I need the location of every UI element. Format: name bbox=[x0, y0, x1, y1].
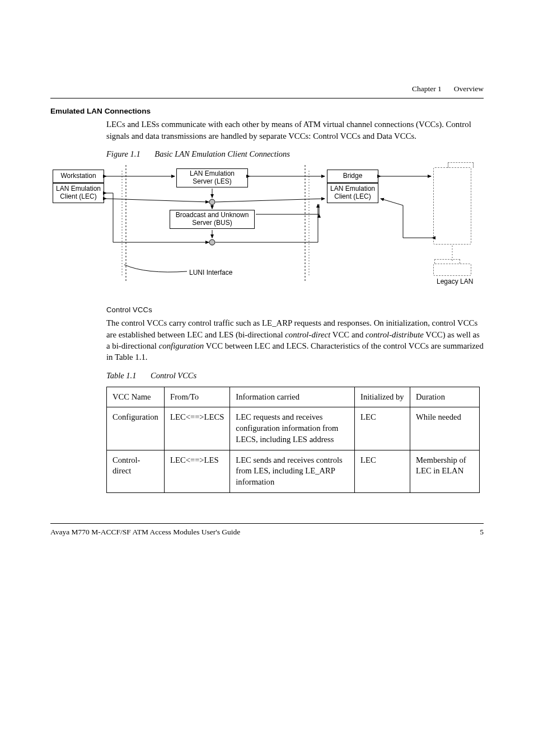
svg-point-14 bbox=[209, 240, 215, 245]
th-duration: Duration bbox=[410, 387, 480, 407]
term-control-distribute: control-distribute bbox=[366, 330, 424, 339]
ctrl-text-mid1: VCC and bbox=[330, 330, 366, 339]
table-caption-text: Control VCCs bbox=[151, 371, 196, 380]
control-vccs-heading: Control VCCs bbox=[106, 305, 484, 315]
svg-line-8 bbox=[106, 199, 209, 202]
td-name-0: Configuration bbox=[107, 407, 165, 450]
td-dur-0: While needed bbox=[410, 407, 480, 450]
td-dur-1: Membership of LEC in ELAN bbox=[410, 450, 480, 492]
td-info-0: LEC requests and receives configuration … bbox=[230, 407, 355, 450]
diagram-lines bbox=[50, 165, 481, 294]
svg-line-9 bbox=[216, 199, 325, 202]
td-fromto-1: LEC<==>LES bbox=[165, 450, 230, 492]
th-from-to: From/To bbox=[165, 387, 230, 407]
running-head: Chapter 1 Overview bbox=[50, 84, 484, 95]
figure-caption: Figure 1.1 Basic LAN Emulation Client Co… bbox=[106, 148, 484, 159]
figure-label: Figure 1.1 bbox=[106, 149, 140, 158]
page-footer: Avaya M770 M-ACCF/SF ATM Access Modules … bbox=[50, 523, 484, 538]
term-configuration: configuration bbox=[159, 341, 204, 350]
intro-paragraph: LECs and LESs communicate with each othe… bbox=[106, 119, 484, 142]
th-info: Information carried bbox=[230, 387, 355, 407]
control-vccs-paragraph: The control VCCs carry control traffic s… bbox=[106, 317, 484, 363]
section-heading: Emulated LAN Connections bbox=[50, 106, 484, 117]
footer-page-number: 5 bbox=[480, 527, 484, 538]
td-init-0: LEC bbox=[355, 407, 410, 450]
table-label: Table 1.1 bbox=[106, 371, 136, 380]
footer-rule bbox=[50, 523, 484, 524]
table-caption: Table 1.1 Control VCCs bbox=[106, 370, 484, 381]
top-rule bbox=[50, 98, 484, 98]
footer-left: Avaya M770 M-ACCF/SF ATM Access Modules … bbox=[50, 527, 240, 538]
chapter-title: Overview bbox=[454, 84, 484, 95]
td-init-1: LEC bbox=[355, 450, 410, 492]
svg-point-7 bbox=[209, 199, 215, 205]
table-row: Control-direct LEC<==>LES LEC sends and … bbox=[107, 450, 480, 492]
lan-emulation-diagram: Workstation LAN Emulation Client (LEC) L… bbox=[50, 165, 481, 294]
table-header-row: VCC Name From/To Information carried Ini… bbox=[107, 387, 480, 407]
figure-caption-text: Basic LAN Emulation Client Connections bbox=[154, 149, 290, 158]
control-vccs-table: VCC Name From/To Information carried Ini… bbox=[106, 387, 480, 493]
td-name-1: Control-direct bbox=[107, 450, 165, 492]
th-vcc-name: VCC Name bbox=[107, 387, 165, 407]
chapter-label: Chapter 1 bbox=[412, 84, 442, 95]
table-row: Configuration LEC<==>LECS LEC requests a… bbox=[107, 407, 480, 450]
td-info-1: LEC sends and receives controls from LES… bbox=[230, 450, 355, 492]
term-control-direct: control-direct bbox=[285, 330, 330, 339]
th-init: Initialized by bbox=[355, 387, 410, 407]
td-fromto-0: LEC<==>LECS bbox=[165, 407, 230, 450]
